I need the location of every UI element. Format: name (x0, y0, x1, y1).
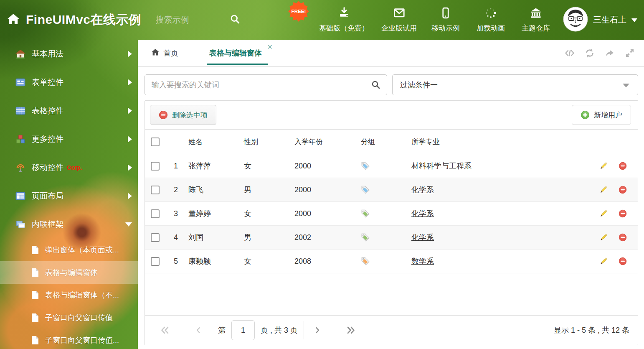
header-search (155, 14, 241, 26)
nav-theme-store[interactable]: 主题仓库 (520, 7, 552, 33)
user-name: 三生石上 (593, 14, 626, 25)
bank-icon (530, 7, 542, 21)
edit-pencil-icon[interactable] (599, 209, 608, 218)
tag-icon[interactable] (361, 161, 370, 171)
sidebar-item-more-controls[interactable]: 更多控件 (0, 125, 138, 153)
nav-enterprise-trial[interactable]: 企业版试用 (381, 7, 417, 33)
sidebar-item-grid-controls[interactable]: 表格控件 (0, 97, 138, 125)
sidebar-item-basic-usage[interactable]: 基本用法 (0, 40, 138, 68)
delete-selected-button[interactable]: 删除选中项 (150, 105, 216, 125)
first-page-button[interactable] (157, 323, 172, 338)
chevron-down-icon (125, 222, 132, 227)
envelope-icon (393, 7, 406, 21)
sidebar-item-form-controls[interactable]: 表单控件 (0, 68, 138, 97)
file-icon (31, 290, 39, 300)
tab-home[interactable]: 首页 (140, 40, 189, 66)
source-code-icon[interactable] (565, 48, 575, 58)
edit-pencil-icon[interactable] (599, 257, 608, 265)
nav-loading-animation[interactable]: 加载动画 (474, 7, 507, 33)
free-badge: FREE! (287, 1, 310, 22)
major-link[interactable]: 化学系 (411, 186, 434, 194)
plus-circle-icon (581, 110, 590, 120)
tag-icon[interactable] (361, 209, 370, 218)
major-link[interactable]: 化学系 (411, 209, 434, 218)
row-number: 4 (167, 233, 185, 242)
last-page-button[interactable] (343, 323, 358, 338)
edit-pencil-icon[interactable] (599, 186, 608, 194)
col-header-gender[interactable]: 性别 (242, 137, 292, 147)
nav-basic-free[interactable]: 基础版（免费） (319, 7, 369, 33)
sidebar-subitem-child-to-parent[interactable]: 子窗口向父窗口传值 (0, 306, 138, 329)
delete-row-icon[interactable] (619, 209, 627, 218)
major-link[interactable]: 材料科学与工程系 (411, 162, 472, 170)
cell-year: 2000 (292, 186, 359, 194)
delete-row-icon[interactable] (619, 257, 627, 265)
search-icon[interactable] (371, 80, 381, 90)
delete-row-icon[interactable] (619, 233, 627, 242)
cell-gender: 女 (242, 161, 292, 171)
col-header-group[interactable]: 分组 (359, 137, 409, 147)
major-link[interactable]: 数学系 (411, 257, 434, 265)
sidebar-item-iframe[interactable]: 内联框架 (0, 210, 138, 239)
prev-page-button[interactable] (191, 323, 206, 338)
add-user-button[interactable]: 新增用户 (572, 105, 631, 125)
edit-pencil-icon[interactable] (599, 162, 608, 170)
tab-bar: 首页 表格与编辑窗体 ✕ (138, 40, 644, 67)
sidebar-subitem-child-to-parent-2[interactable]: 子窗口向父窗口传值... (0, 329, 138, 349)
tag-icon[interactable] (361, 257, 370, 266)
fullscreen-icon[interactable] (625, 48, 635, 58)
sidebar-subitem-popup-window[interactable]: 弹出窗体（本页面或... (0, 239, 138, 261)
chevron-right-icon (128, 164, 132, 171)
page-number-input[interactable] (231, 320, 255, 340)
cubes-icon (15, 134, 26, 145)
col-header-name[interactable]: 姓名 (185, 137, 242, 147)
user-menu[interactable]: 三生石上 (563, 7, 637, 33)
header-nav: 基础版（免费） 企业版试用 移动示例 加载动画 (319, 7, 552, 33)
delete-row-icon[interactable] (619, 186, 627, 194)
edit-pencil-icon[interactable] (599, 233, 608, 242)
row-checkbox[interactable] (151, 209, 160, 218)
sidebar-subitem-grid-edit-window-2[interactable]: 表格与编辑窗体（不... (0, 284, 138, 306)
search-icon[interactable] (230, 14, 241, 26)
avatar (563, 7, 588, 33)
chevron-right-icon (128, 193, 132, 199)
chevron-down-icon (631, 18, 637, 22)
tab-grid-edit-window[interactable]: 表格与编辑窗体 ✕ (198, 40, 276, 66)
table-icon (15, 105, 26, 116)
cell-gender: 女 (242, 256, 292, 266)
tab-toolbar (565, 40, 644, 66)
refresh-icon[interactable] (585, 48, 595, 58)
cell-gender: 男 (242, 232, 292, 242)
header-search-input[interactable] (155, 15, 230, 25)
row-checkbox[interactable] (151, 162, 160, 171)
delete-row-icon[interactable] (619, 162, 627, 170)
app-header: FineUIMvc在线示例 FREE! 基础版（免费） (0, 0, 644, 40)
open-new-window-icon[interactable] (605, 48, 615, 58)
filter-dropdown[interactable]: 过滤条件一 (392, 74, 638, 95)
tag-icon[interactable] (361, 185, 370, 194)
brand[interactable]: FineUIMvc在线示例 (7, 11, 142, 28)
sidebar-item-page-layout[interactable]: 页面布局 (0, 182, 138, 210)
row-checkbox[interactable] (151, 186, 160, 194)
major-link[interactable]: 化学系 (411, 233, 434, 242)
sidebar-subitem-grid-edit-window[interactable]: 表格与编辑窗体 (0, 261, 138, 284)
tag-icon[interactable] (361, 233, 370, 242)
select-all-checkbox[interactable] (151, 138, 160, 146)
cell-year: 2000 (292, 162, 359, 171)
col-header-year[interactable]: 入学年份 (292, 137, 359, 147)
chevron-right-icon (128, 136, 132, 143)
cell-year: 2000 (292, 209, 359, 218)
close-icon[interactable]: ✕ (267, 44, 273, 51)
cell-year: 2008 (292, 257, 359, 266)
sidebar-item-mobile-controls[interactable]: 移动控件 Corp. (0, 153, 138, 182)
keyword-search-input[interactable] (145, 75, 387, 95)
nav-mobile-demo[interactable]: 移动示例 (429, 7, 462, 33)
next-page-button[interactable] (310, 323, 325, 338)
table-row: 1 张萍萍 女 2000 材料科学与工程系 (145, 154, 638, 178)
table-row: 5 康颖颖 女 2008 数学系 (145, 250, 638, 273)
tab-active-label: 表格与编辑窗体 (209, 48, 262, 58)
row-checkbox[interactable] (151, 257, 160, 266)
row-checkbox[interactable] (151, 233, 160, 242)
page-prefix: 第 (218, 325, 226, 335)
col-header-major[interactable]: 所学专业 (409, 137, 588, 147)
